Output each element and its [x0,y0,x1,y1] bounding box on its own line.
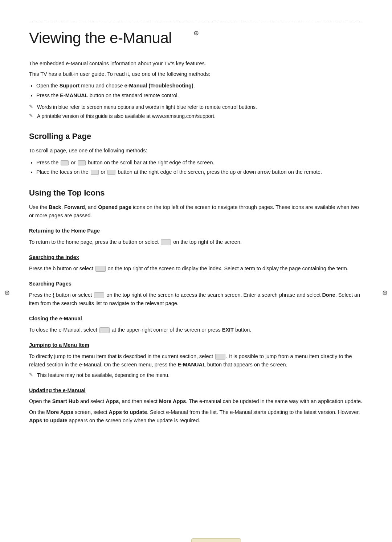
updating-emanual-heading: Updating the e-Manual [29,387,363,395]
scrolling-page-intro: To scroll a page, use one of the followi… [29,147,363,155]
home-icon [161,239,171,245]
jump-icon [215,354,225,360]
list-item: Open the Support menu and choose e-Manua… [36,81,363,90]
intro-line2: This TV has a built-in user guide. To re… [29,70,363,78]
note-item: A printable version of this guide is als… [29,112,363,120]
top-icons-body: Use the Back, Forward, and Opened page i… [29,203,363,220]
returning-home-heading: Returning to the Home Page [29,227,363,235]
main-content: Viewing the e-Manual The embedded e-Manu… [29,22,363,425]
list-item: Press the E-MANUAL button on the standar… [36,91,363,100]
scroll-down-focus-icon [107,170,115,175]
footer: [UF5570-ZH]BN68-04878H-02L16.indb 10 Eng… [0,538,392,542]
top-icons-heading: Using the Top Icons [29,187,363,199]
jumping-menu-heading: Jumping to a Menu Item [29,341,363,349]
index-icon [95,266,106,272]
list-item: Press the or button on the scroll bar at… [36,158,363,167]
close-icon [99,327,110,333]
scrolling-page-heading: Scrolling a Page [29,130,363,142]
jumping-menu-body: To directly jump to the menu item that i… [29,352,363,369]
top-dashed-line [29,22,363,22]
scroll-up-icon [61,160,69,165]
updating-body2: On the More Apps screen, select Apps to … [29,408,363,425]
right-registration-mark: ⊕ [382,288,388,298]
footer-page-number: English - 10 [191,538,241,542]
intro-line1: The embedded e-Manual contains informati… [29,59,363,68]
intro-bullet-list: Open the Support menu and choose e-Manua… [36,81,363,100]
updating-body1: Open the Smart Hub and select Apps, and … [29,397,363,406]
scroll-down-icon [78,160,86,165]
searching-index-body: Press the b button or select on the top … [29,264,363,273]
left-registration-mark: ⊕ [4,288,10,298]
closing-emanual-heading: Closing the e-Manual [29,315,363,323]
closing-emanual-body: To close the e-Manual, select at the upp… [29,326,363,334]
searching-pages-body: Press the { button or select on the top … [29,291,363,308]
searching-pages-heading: Searching Pages [29,280,363,288]
returning-home-body: To return to the home page, press the a … [29,238,363,246]
note-item: Words in blue refer to screen menu optio… [29,103,363,111]
scroll-up-focus-icon [91,170,99,175]
top-registration-mark: ⊕ [193,28,199,38]
page-container: ⊕ ⊕ ⊕ Viewing the e-Manual The embedded … [0,22,392,542]
searching-index-heading: Searching the Index [29,254,363,262]
scrolling-bullet-list: Press the or button on the scroll bar at… [36,158,363,177]
list-item: Place the focus on the or button at the … [36,168,363,177]
jumping-note-item: This feature may not be available, depen… [29,371,363,379]
note-list: Words in blue refer to screen menu optio… [29,103,363,120]
search-icon [94,292,104,298]
jumping-note-list: This feature may not be available, depen… [29,371,363,379]
